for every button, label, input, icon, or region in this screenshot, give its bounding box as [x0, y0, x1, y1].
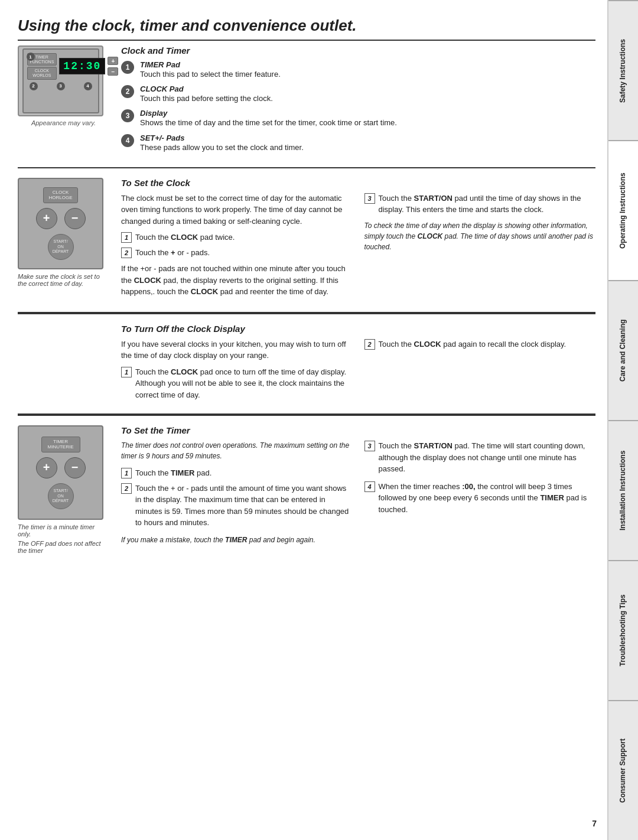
set-clock-step-3: 3 Touch the START/ON pad until the time … — [364, 193, 596, 216]
set-timer-two-col: The timer does not control oven operatio… — [121, 440, 595, 550]
step-num-1: 1 — [121, 232, 132, 243]
appearance-caption: Appearance may vary. — [18, 119, 109, 126]
timer-step-text-2: Touch the + or - pads until the amount o… — [135, 483, 353, 529]
clock-timer-content: Clock and Timer 1 TIMER Pad Touch this p… — [121, 45, 595, 158]
timer-step-num-1: 1 — [121, 468, 132, 478]
turn-off-clock-title: To Turn Off the Clock Display — [121, 324, 595, 334]
item-desc-2: Touch this pad before setting the clock. — [140, 94, 273, 103]
set-timer-title: To Set the Timer — [121, 425, 595, 435]
sidebar-tab-safety[interactable]: Safety Instructions — [608, 0, 638, 140]
page-title: Using the clock, timer and convenience o… — [18, 17, 595, 41]
set-clock-title: To Set the Clock — [121, 178, 595, 188]
turn-off-step-text-2: Touch the CLOCK pad again to recall the … — [379, 338, 567, 350]
set-clock-note: If the +or - pads are not touched within… — [121, 263, 353, 298]
clock-timer-image-col: TIMERFUNCTIONS CLOCKWORLOS 12:30 + − — [18, 45, 109, 158]
set-clock-right: 3 Touch the START/ON pad until the time … — [364, 193, 596, 302]
step-text-2: Touch the + or - pads. — [135, 247, 210, 259]
set-clock-step-1: 1 Touch the CLOCK pad twice. — [121, 232, 353, 243]
clock-timer-item-3: 3 Display Shows the time of day and the … — [121, 109, 595, 128]
turn-off-step-text-1: Touch the CLOCK pad once to turn off the… — [135, 366, 353, 401]
clock-timer-section: TIMERFUNCTIONS CLOCKWORLOS 12:30 + − — [18, 45, 595, 158]
turn-off-step-1: 1 Touch the CLOCK pad once to turn off t… — [121, 366, 353, 401]
set-timer-step-3: 3 Touch the START/ON pad. The time will … — [364, 440, 596, 475]
timer-step-num-2: 2 — [121, 483, 132, 494]
step-num-3: 3 — [364, 193, 375, 204]
page-wrapper: Using the clock, timer and convenience o… — [0, 0, 638, 840]
item-desc-1: Touch this pad to select the timer featu… — [140, 70, 281, 79]
timer-step-text-1: Touch the TIMER pad. — [135, 467, 211, 479]
timer-caption-1: The timer is a minute timer only. — [18, 523, 109, 538]
sidebar-tabs: Safety Instructions Operating Instructio… — [607, 0, 638, 840]
set-clock-intro: The clock must be set to the correct tim… — [121, 193, 353, 227]
item-number-2: 2 — [121, 85, 134, 98]
turn-off-clock-section: To Turn Off the Clock Display If you hav… — [18, 314, 595, 415]
main-content: Using the clock, timer and convenience o… — [0, 0, 607, 840]
item-number-3: 3 — [121, 109, 134, 122]
set-clock-step-2: 2 Touch the + or - pads. — [121, 247, 353, 259]
set-clock-left: The clock must be set to the correct tim… — [121, 193, 353, 302]
timer-step-text-4: When the timer reaches :00, the control … — [379, 481, 596, 516]
clock-timer-item-2: 2 CLOCK Pad Touch this pad before settin… — [121, 84, 595, 104]
turn-off-clock-two-col: If you have several clocks in your kitch… — [121, 338, 595, 405]
item-title-3: Display — [140, 109, 167, 118]
set-clock-section: CLOCKHORLOGE + − START/ONDÉPART Make sur… — [18, 168, 595, 313]
clock-panel-image: TIMERFUNCTIONS CLOCKWORLOS 12:30 + − — [18, 45, 103, 116]
step-text-3: Touch the START/ON pad until the time of… — [379, 193, 596, 216]
sidebar-tab-operating[interactable]: Operating Instructions — [608, 140, 638, 280]
turn-off-step-2: 2 Touch the CLOCK pad again to recall th… — [364, 338, 596, 350]
set-timer-right: 3 Touch the START/ON pad. The time will … — [364, 440, 596, 550]
item-number-1: 1 — [121, 61, 134, 74]
turn-off-clock-content: To Turn Off the Clock Display If you hav… — [121, 324, 595, 405]
set-timer-step-1: 1 Touch the TIMER pad. — [121, 467, 353, 479]
item-title-4: SET+/- Pads — [140, 134, 185, 142]
item-number-4: 4 — [121, 134, 134, 147]
clock-timer-title: Clock and Timer — [121, 45, 595, 56]
turn-off-step-num-1: 1 — [121, 367, 132, 377]
set-timer-step-2: 2 Touch the + or - pads until the amount… — [121, 483, 353, 529]
timer-step-num-3: 3 — [364, 441, 375, 451]
sidebar-tab-care[interactable]: Care and Cleaning — [608, 280, 638, 420]
set-timer-content: To Set the Timer The timer does not cont… — [121, 425, 595, 554]
clock-timer-item-4: 4 SET+/- Pads These pads allow you to se… — [121, 134, 595, 153]
turn-off-clock-right: 2 Touch the CLOCK pad again to recall th… — [364, 338, 596, 405]
step-num-2: 2 — [121, 248, 132, 258]
turn-off-step-num-2: 2 — [364, 339, 375, 350]
set-timer-left: The timer does not control oven operatio… — [121, 440, 353, 550]
set-clock-content: To Set the Clock The clock must be set t… — [121, 178, 595, 302]
timer-caption-2: The OFF pad does not affect the timer — [18, 540, 109, 554]
set-clock-image-col: CLOCKHORLOGE + − START/ONDÉPART Make sur… — [18, 178, 109, 302]
set-timer-section: TIMERMINUTERIE + − START/ONDÉPART The ti… — [18, 416, 595, 564]
clock-timer-item-1: 1 TIMER Pad Touch this pad to select the… — [121, 60, 595, 80]
turn-off-clock-left: If you have several clocks in your kitch… — [121, 338, 353, 405]
set-timer-note: The timer does not control oven operatio… — [121, 440, 353, 461]
sidebar-tab-troubleshooting[interactable]: Troubleshooting Tips — [608, 560, 638, 700]
set-clock-two-col: The clock must be set to the correct tim… — [121, 193, 595, 302]
timer-step-num-4: 4 — [364, 481, 375, 492]
step-text-1: Touch the CLOCK pad twice. — [135, 232, 235, 243]
item-title-1: TIMER Pad — [140, 60, 180, 69]
set-timer-footer-note: If you make a mistake, touch the TIMER p… — [121, 535, 353, 545]
sidebar-tab-consumer[interactable]: Consumer Support — [608, 700, 638, 840]
item-desc-3: Shows the time of day and the time set f… — [140, 118, 397, 127]
set-clock-right-note: To check the time of day when the displa… — [364, 220, 596, 252]
page-number: 7 — [592, 819, 597, 828]
sidebar-tab-installation[interactable]: Installation Instructions — [608, 420, 638, 560]
set-timer-image-col: TIMERMINUTERIE + − START/ONDÉPART The ti… — [18, 425, 109, 554]
timer-step-text-3: Touch the START/ON pad. The time will st… — [379, 440, 596, 475]
set-clock-caption: Make sure the clock is set to the correc… — [18, 273, 109, 287]
item-title-2: CLOCK Pad — [140, 84, 184, 93]
item-desc-4: These pads allow you to set the clock an… — [140, 143, 304, 152]
turn-off-clock-intro: If you have several clocks in your kitch… — [121, 338, 353, 362]
set-timer-step-4: 4 When the timer reaches :00, the contro… — [364, 481, 596, 516]
